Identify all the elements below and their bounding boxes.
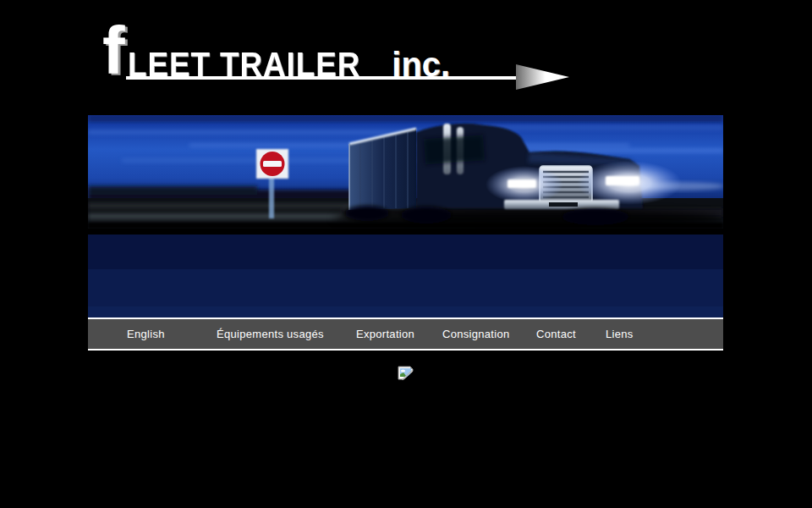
nav-item-exportation[interactable]: Exportation (356, 319, 414, 349)
broken-image-icon (398, 366, 414, 381)
nav-item-contact[interactable]: Contact (536, 319, 576, 349)
nav-item-consignation[interactable]: Consignation (442, 319, 510, 349)
right-arrow-icon (516, 64, 569, 90)
truck-banner-image (88, 115, 723, 229)
logo: f LEET TRAILER inc. (0, 0, 812, 110)
logo-underline (126, 76, 525, 80)
page-root: f LEET TRAILER inc. (0, 0, 812, 508)
nav-item-equipements-usages[interactable]: Équipements usagés (217, 319, 324, 349)
nav-item-english[interactable]: English (127, 319, 165, 349)
nav-item-liens[interactable]: Liens (606, 319, 634, 349)
logo-initial: f (102, 17, 125, 85)
main-nav: English Équipements usagés Exportation C… (88, 318, 723, 351)
spacer-band-light (88, 306, 723, 318)
spacer-band-dark (88, 235, 723, 269)
spacer-band-medium (88, 269, 723, 306)
